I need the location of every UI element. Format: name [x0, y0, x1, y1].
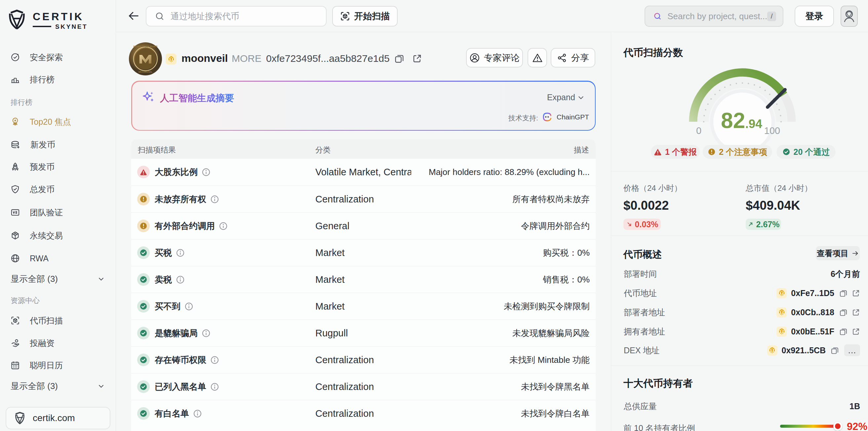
svg-text:MORE THAN EVER: MORE THAN EVER [133, 45, 158, 48]
svg-text:MOONVEIL: MOONVEIL [138, 70, 153, 74]
svg-text:0: 0 [696, 125, 702, 136]
svg-text:100: 100 [764, 125, 780, 136]
